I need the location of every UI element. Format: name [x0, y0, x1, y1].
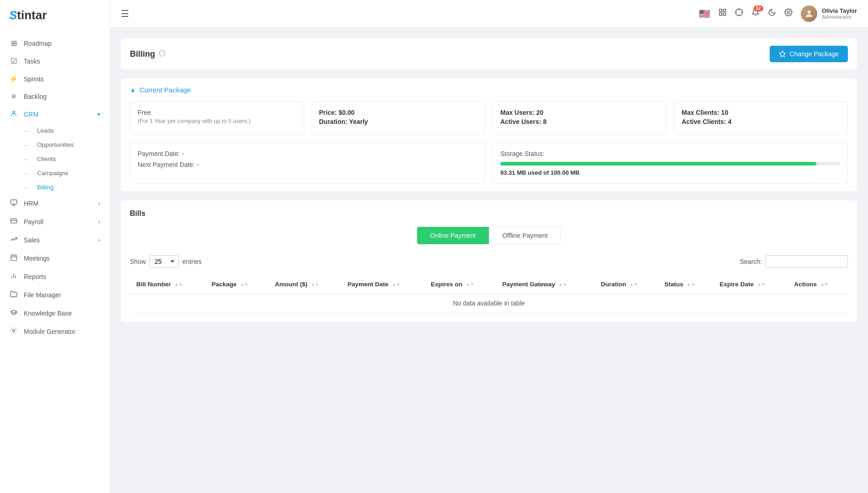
duration-line: Duration: Yearly: [319, 118, 478, 125]
apps-grid-icon[interactable]: [718, 8, 727, 19]
table-controls: Show 10 25 50 100 entries Search:: [130, 255, 848, 268]
package-users-card: Max Users: 20 Active Users: 8: [493, 101, 667, 135]
sort-icon[interactable]: ▲▼: [687, 282, 695, 287]
sidebar-item-hrm[interactable]: HRM ›: [0, 194, 109, 213]
file-manager-icon: [9, 290, 18, 300]
payment-dates-card: Payment Date: - Next Payment Date: -: [130, 142, 485, 184]
sidebar-sub-opportunities[interactable]: Opportunities: [0, 138, 109, 152]
col-duration: Duration ▲▼: [595, 275, 658, 294]
next-payment-label: Next Payment Date:: [138, 161, 197, 168]
sidebar-item-payroll[interactable]: Payroll ›: [0, 213, 109, 231]
page-title: Billing: [130, 49, 155, 59]
crosshair-icon[interactable]: [735, 8, 743, 19]
entries-select[interactable]: 10 25 50 100: [150, 255, 179, 268]
next-payment-value: -: [197, 161, 199, 168]
sidebar-item-label: Sprints: [24, 75, 44, 83]
campaigns-label: Campaigns: [37, 170, 68, 177]
sales-chevron-icon: ›: [98, 237, 100, 243]
current-package-section: ▲ Current Package Free (For 1 Year per c…: [121, 79, 857, 191]
sidebar-item-meetings[interactable]: Meetings: [0, 249, 109, 268]
language-selector[interactable]: 🇺🇸: [699, 8, 710, 19]
sidebar-sub-campaigns[interactable]: Campaigns: [0, 166, 109, 180]
info-icon[interactable]: [159, 50, 166, 58]
storage-used: 93.31: [500, 169, 515, 176]
svg-point-10: [13, 330, 15, 332]
sort-icon[interactable]: ▲▼: [466, 282, 474, 287]
active-users-line: Active Users: 8: [500, 118, 659, 125]
sidebar-sub-leads[interactable]: Leads: [0, 123, 109, 138]
meetings-icon: [9, 254, 18, 263]
sidebar-item-label: Meetings: [24, 255, 50, 262]
svg-rect-2: [11, 219, 16, 223]
col-payment-gateway: Payment Gateway ▲▼: [496, 275, 595, 294]
package-price-card: Price: $0.00 Duration: Yearly: [311, 101, 486, 135]
sidebar-item-crm[interactable]: CRM ▾: [0, 105, 109, 123]
sidebar-item-knowledge-base[interactable]: Knowledge Base: [0, 304, 109, 322]
sidebar-item-label: CRM: [24, 111, 38, 118]
active-users-label: Active Users:: [500, 118, 543, 125]
dark-mode-icon[interactable]: [768, 8, 776, 19]
storage-bar-background: [500, 162, 840, 166]
sidebar-item-reports[interactable]: Reports: [0, 268, 109, 286]
hrm-chevron-icon: ›: [98, 200, 100, 207]
user-name: Olivia Taylor: [822, 7, 857, 14]
active-clients-label: Active Clients:: [682, 118, 728, 125]
search-label: Search:: [740, 258, 762, 265]
chevron-up-icon: ▲: [130, 86, 136, 93]
storage-bar-fill: [500, 162, 816, 166]
svg-rect-1: [11, 200, 16, 204]
sidebar-sub-billing[interactable]: Billing: [0, 180, 109, 194]
sort-icon[interactable]: ▲▼: [559, 282, 567, 287]
payroll-chevron-icon: ›: [98, 219, 100, 225]
sidebar-item-label: Roadmap: [24, 40, 52, 47]
search-area: Search:: [740, 255, 848, 268]
sort-icon[interactable]: ▲▼: [757, 282, 766, 287]
sidebar-item-label: Backlog: [24, 93, 47, 100]
menu-toggle-button[interactable]: ☰: [121, 8, 129, 19]
sort-icon[interactable]: ▲▼: [820, 282, 829, 287]
user-profile[interactable]: Olivia Taylor Administrator: [801, 5, 857, 22]
sidebar-item-sprints[interactable]: ⚡ Sprints: [0, 70, 109, 88]
sidebar-item-label: Sales: [24, 236, 40, 244]
main-area: ☰ 🇺🇸 52: [110, 0, 868, 493]
col-bill-number: Bill Number ▲▼: [130, 275, 205, 294]
sort-icon[interactable]: ▲▼: [630, 282, 638, 287]
sidebar-sub-clients[interactable]: Clients: [0, 152, 109, 166]
sprints-icon: ⚡: [9, 75, 18, 83]
offline-payment-tab[interactable]: Offline Payment: [489, 227, 561, 244]
active-clients-line: Active Clients: 4: [682, 118, 841, 125]
sidebar-item-file-manager[interactable]: File Manager: [0, 286, 109, 304]
sidebar-item-label: Reports: [24, 273, 46, 280]
online-payment-tab[interactable]: Online Payment: [417, 227, 489, 244]
sidebar-item-label: Knowledge Base: [24, 310, 72, 317]
duration-label: Duration:: [319, 118, 349, 125]
current-package-toggle[interactable]: ▲ Current Package: [130, 86, 848, 94]
change-package-label: Change Package: [790, 50, 839, 58]
module-generator-icon: [9, 327, 18, 336]
sidebar-item-label: HRM: [24, 200, 38, 207]
sidebar-item-sales[interactable]: Sales ›: [0, 231, 109, 249]
search-input[interactable]: [766, 255, 848, 268]
crm-icon: [9, 110, 18, 119]
settings-gear-icon[interactable]: [784, 8, 793, 19]
next-payment-line: Next Payment Date: -: [138, 161, 477, 168]
notifications-bell-icon[interactable]: 52: [751, 8, 760, 19]
change-package-button[interactable]: Change Package: [770, 46, 848, 62]
sort-icon[interactable]: ▲▼: [240, 282, 248, 287]
sidebar-item-tasks[interactable]: ☑ Tasks: [0, 52, 109, 70]
page-header: Billing Change Package: [121, 38, 857, 70]
sort-icon[interactable]: ▲▼: [175, 282, 183, 287]
table-body: No data available in table: [130, 294, 848, 313]
package-clients-card: Max Clients: 10 Active Clients: 4: [674, 101, 848, 135]
svg-rect-14: [723, 13, 725, 16]
sidebar-item-backlog[interactable]: ≡ Backlog: [0, 88, 109, 105]
svg-point-20: [788, 11, 790, 14]
sidebar-item-roadmap[interactable]: ⊞ Roadmap: [0, 34, 109, 52]
logo: Stintar: [0, 0, 109, 31]
svg-rect-11: [719, 9, 722, 11]
sort-icon[interactable]: ▲▼: [392, 282, 400, 287]
knowledge-base-icon: [9, 309, 18, 318]
sidebar-item-module-generator[interactable]: Module Generator: [0, 322, 109, 341]
sales-icon: [9, 236, 18, 245]
sort-icon[interactable]: ▲▼: [311, 282, 319, 287]
